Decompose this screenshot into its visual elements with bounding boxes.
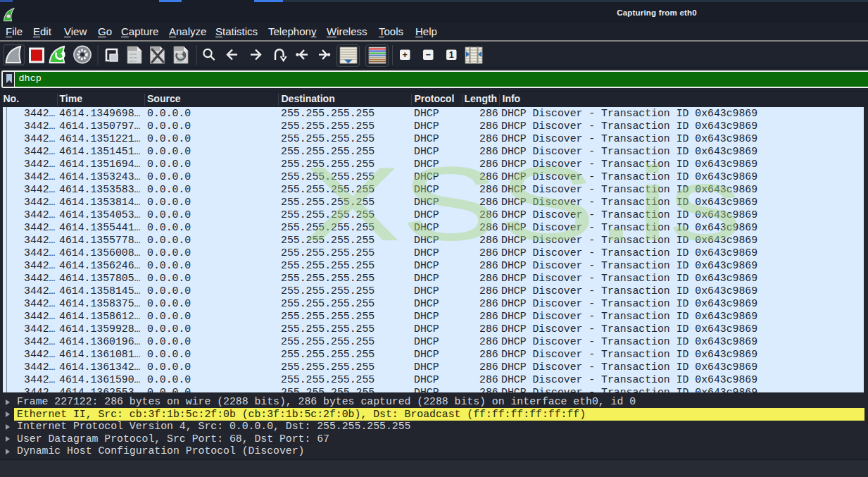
- svg-text:−: −: [426, 49, 431, 59]
- svg-text:1: 1: [449, 49, 454, 59]
- svg-text:+: +: [403, 49, 408, 59]
- svg-text:0011: 0011: [130, 60, 137, 63]
- svg-text:0110: 0110: [130, 56, 137, 59]
- svg-text:0101: 0101: [130, 53, 137, 56]
